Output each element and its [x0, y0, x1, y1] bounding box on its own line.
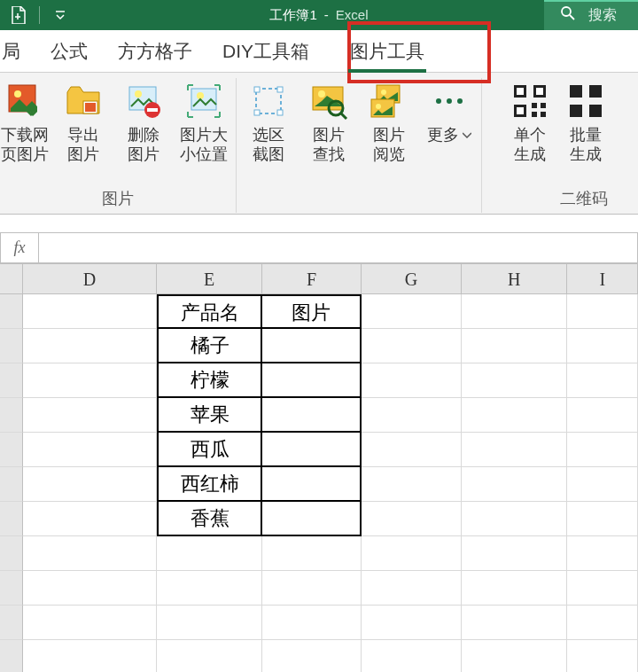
cell[interactable] — [262, 640, 361, 672]
cell-product[interactable]: 柠檬 — [157, 363, 262, 398]
btn-download-web-images[interactable]: 下载网 页图片 — [0, 80, 50, 164]
tab-fanggezi[interactable]: 方方格子 — [114, 34, 196, 69]
cell-image-header[interactable]: 图片 — [262, 294, 361, 329]
cell[interactable] — [23, 640, 157, 672]
col-I[interactable]: I — [567, 264, 638, 294]
cell[interactable] — [157, 640, 262, 672]
cell[interactable] — [462, 329, 567, 363]
btn-qr-batch[interactable]: 批量 生成 — [564, 80, 608, 164]
cell[interactable] — [567, 329, 638, 363]
cell[interactable] — [362, 502, 462, 536]
cell[interactable] — [462, 606, 567, 640]
cell[interactable] — [362, 329, 462, 363]
cell[interactable] — [362, 640, 462, 672]
row-head[interactable] — [0, 433, 23, 467]
cell[interactable] — [462, 640, 567, 672]
cell[interactable] — [23, 606, 157, 640]
cell[interactable] — [262, 536, 361, 571]
cell[interactable] — [157, 571, 262, 606]
row-head[interactable] — [0, 329, 23, 363]
cell[interactable] — [462, 502, 567, 536]
cell[interactable] — [462, 433, 567, 467]
cell[interactable] — [462, 294, 567, 329]
btn-more[interactable]: 更多 — [423, 80, 476, 145]
btn-selection-screenshot[interactable]: 选区 截图 — [242, 80, 295, 164]
select-all-corner[interactable] — [0, 264, 23, 294]
btn-qr-single[interactable]: 单个 生成 — [503, 80, 556, 164]
cell[interactable] — [567, 467, 638, 502]
row-head[interactable] — [0, 571, 23, 606]
cell-image[interactable] — [262, 467, 361, 502]
cell-image[interactable] — [262, 363, 361, 398]
row-head[interactable] — [0, 363, 23, 398]
formula-input[interactable] — [39, 232, 638, 263]
btn-export-images[interactable]: 导出 图片 — [57, 80, 110, 164]
tab-picture-tools[interactable]: 图片工具 — [346, 34, 428, 69]
cell[interactable] — [362, 398, 462, 433]
cell[interactable] — [23, 294, 157, 329]
cell[interactable] — [262, 571, 361, 606]
cell-product[interactable]: 西瓜 — [157, 433, 262, 467]
cell[interactable] — [23, 536, 157, 571]
tab-formula[interactable]: 公式 — [47, 34, 91, 69]
row-head[interactable] — [0, 294, 23, 329]
row-head[interactable] — [0, 606, 23, 640]
cell[interactable] — [567, 433, 638, 467]
cell[interactable] — [23, 433, 157, 467]
cell-product[interactable]: 橘子 — [157, 329, 262, 363]
worksheet-grid[interactable]: D E F G H I 产品名 图片 橘子 柠檬 — [0, 264, 638, 672]
cell-product[interactable]: 苹果 — [157, 398, 262, 433]
cell[interactable] — [462, 571, 567, 606]
cell-image[interactable] — [262, 329, 361, 363]
row-head[interactable] — [0, 467, 23, 502]
cell[interactable] — [567, 502, 638, 536]
cell[interactable] — [462, 467, 567, 502]
cell[interactable] — [567, 398, 638, 433]
cell[interactable] — [23, 363, 157, 398]
cell[interactable] — [362, 433, 462, 467]
search-tab[interactable]: 搜索 — [544, 0, 638, 30]
tab-partial[interactable]: 局 — [0, 34, 24, 69]
col-E[interactable]: E — [157, 264, 262, 294]
cell[interactable] — [23, 502, 157, 536]
cell[interactable] — [462, 398, 567, 433]
row-head[interactable] — [0, 398, 23, 433]
cell-image[interactable] — [262, 433, 361, 467]
cell[interactable] — [567, 571, 638, 606]
cell[interactable] — [567, 640, 638, 672]
cell[interactable] — [567, 363, 638, 398]
cell[interactable] — [157, 536, 262, 571]
cell[interactable] — [362, 536, 462, 571]
cell-product[interactable]: 西红柿 — [157, 467, 262, 502]
tab-diy-toolbox[interactable]: DIY工具箱 — [219, 34, 313, 69]
cell[interactable] — [362, 606, 462, 640]
new-file-icon[interactable] — [9, 5, 28, 25]
col-F[interactable]: F — [262, 264, 361, 294]
cell-image[interactable] — [262, 398, 361, 433]
fx-label[interactable]: fx — [0, 232, 39, 263]
cell-image[interactable] — [262, 502, 361, 536]
cell[interactable] — [567, 536, 638, 571]
dropdown-icon[interactable] — [51, 5, 70, 25]
cell-product-header[interactable]: 产品名 — [157, 294, 262, 329]
row-head[interactable] — [0, 640, 23, 672]
col-H[interactable]: H — [462, 264, 567, 294]
col-G[interactable]: G — [362, 264, 462, 294]
cell[interactable] — [567, 606, 638, 640]
cell[interactable] — [23, 329, 157, 363]
col-D[interactable]: D — [23, 264, 157, 294]
cell[interactable] — [23, 467, 157, 502]
cell[interactable] — [362, 363, 462, 398]
cell[interactable] — [23, 571, 157, 606]
cell[interactable] — [462, 536, 567, 571]
cell[interactable] — [462, 363, 567, 398]
cell[interactable] — [362, 294, 462, 329]
row-head[interactable] — [0, 502, 23, 536]
btn-delete-images[interactable]: 删除 图片 — [117, 80, 170, 164]
cell[interactable] — [23, 398, 157, 433]
btn-image-size-position[interactable]: 图片大 小位置 — [177, 80, 230, 164]
cell[interactable] — [362, 571, 462, 606]
cell[interactable] — [362, 467, 462, 502]
cell-product[interactable]: 香蕉 — [157, 502, 262, 536]
cell[interactable] — [157, 606, 262, 640]
